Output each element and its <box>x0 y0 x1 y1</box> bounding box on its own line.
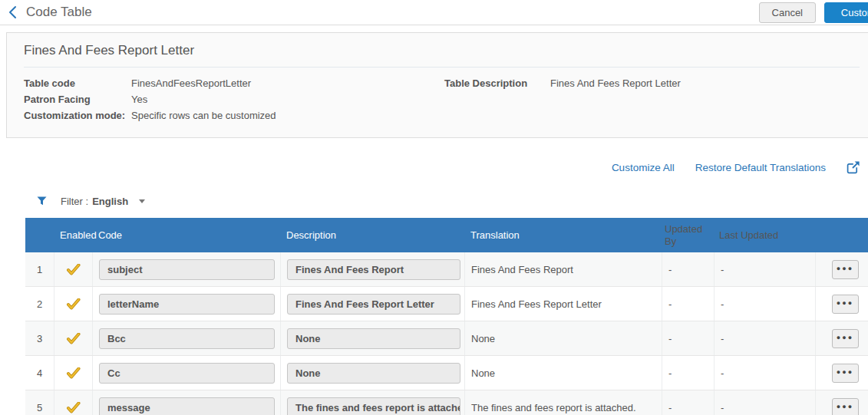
description-input[interactable]: None <box>287 363 460 384</box>
restore-default-translations-link[interactable]: Restore Default Translations <box>695 162 826 173</box>
code-table-card: Filter : English Enabled Code Descriptio… <box>25 186 868 415</box>
col-header-last-updated: Last Updated <box>714 229 815 242</box>
row-number: 4 <box>25 356 54 390</box>
field-value: FinesAndFeesReportLetter <box>131 75 251 91</box>
enabled-check-icon <box>67 402 81 413</box>
enabled-check-icon <box>67 367 81 379</box>
translation-cell: The fines and fees report is attached. <box>464 390 662 415</box>
top-actions: Cancel Customize <box>759 2 868 23</box>
code-input[interactable]: letterName <box>99 294 275 315</box>
code-table-page: { "topbar": { "title": "Code Table", "ca… <box>0 0 868 415</box>
code-input[interactable]: message <box>99 397 275 415</box>
description-input[interactable]: Fines And Fees Report Letter <box>287 294 460 315</box>
top-bar: Code Table Cancel Customize <box>0 0 868 25</box>
field-patron-facing: Patron Facing Yes <box>24 91 444 107</box>
description-cell: Fines And Fees Report Letter <box>280 287 464 321</box>
customize-all-link[interactable]: Customize All <box>612 162 675 173</box>
enabled-check-icon <box>67 264 81 275</box>
col-header-code: Code <box>92 229 280 242</box>
actions-cell: ●●● <box>815 356 868 390</box>
description-cell: The fines and fees report is attached <box>280 390 464 415</box>
updated-by-cell: - <box>662 390 714 415</box>
customize-button[interactable]: Customize <box>824 2 868 23</box>
field-label: Table code <box>24 75 131 91</box>
code-input[interactable]: Bcc <box>99 328 275 349</box>
row-actions-button[interactable]: ●●● <box>832 398 859 415</box>
field-table-code: Table code FinesAndFeesReportLetter <box>24 75 444 91</box>
description-cell: None <box>280 321 464 355</box>
page-title: Code Table <box>26 5 92 20</box>
code-input[interactable]: subject <box>99 259 275 280</box>
table-row: 3 Bcc None None - - ●●● <box>25 321 868 356</box>
ellipsis-icon: ●●● <box>837 334 853 341</box>
description-input[interactable]: None <box>287 328 460 349</box>
last-updated-cell: - <box>714 252 815 286</box>
row-number: 1 <box>25 252 54 286</box>
table-info-panel: Fines And Fees Report Letter Table code … <box>6 32 868 138</box>
chevron-down-icon[interactable] <box>139 199 145 203</box>
ellipsis-icon: ●●● <box>837 403 853 410</box>
filter-funnel-icon[interactable] <box>37 196 47 206</box>
actions-cell: ●●● <box>815 321 868 355</box>
translation-cell: None <box>464 321 662 355</box>
updated-by-cell: - <box>662 287 714 321</box>
table-row: 2 letterName Fines And Fees Report Lette… <box>25 287 868 321</box>
info-separator <box>24 67 860 68</box>
code-cell: letterName <box>92 287 280 321</box>
field-customization-mode: Customization mode: Specific rows can be… <box>24 107 444 124</box>
col-header-updated-by: Updated By <box>662 223 714 248</box>
filter-label: Filter : <box>61 196 88 207</box>
info-panel-title: Fines And Fees Report Letter <box>24 43 860 58</box>
updated-by-cell: - <box>662 321 714 355</box>
chevron-left-icon <box>7 5 19 19</box>
back-button[interactable] <box>0 0 26 25</box>
field-value: Specific rows can be customized <box>131 107 276 124</box>
description-input[interactable]: Fines And Fees Report <box>287 259 460 280</box>
row-actions-button[interactable]: ●●● <box>832 260 859 279</box>
enabled-cell <box>54 356 92 390</box>
description-input[interactable]: The fines and fees report is attached <box>287 397 460 415</box>
field-label: Customization mode: <box>24 107 131 124</box>
description-cell: Fines And Fees Report <box>280 252 464 286</box>
info-fields-right: Table Description Fines And Fees Report … <box>444 75 681 124</box>
row-actions-button[interactable]: ●●● <box>832 364 859 383</box>
row-number: 5 <box>25 390 54 415</box>
enabled-check-icon <box>67 333 81 344</box>
enabled-check-icon <box>67 298 81 310</box>
ellipsis-icon: ●●● <box>837 369 853 376</box>
actions-cell: ●●● <box>815 390 868 415</box>
field-value: Yes <box>131 91 147 107</box>
last-updated-cell: - <box>714 390 815 415</box>
row-actions-button[interactable]: ●●● <box>832 329 859 348</box>
enabled-cell <box>54 287 92 321</box>
field-table-description: Table Description Fines And Fees Report … <box>444 75 681 91</box>
translation-cell: None <box>464 356 662 390</box>
enabled-cell <box>54 252 92 286</box>
code-cell: Bcc <box>92 321 280 355</box>
table-header-row: Enabled Code Description Translation Upd… <box>25 218 868 252</box>
last-updated-cell: - <box>714 356 815 390</box>
info-fields: Table code FinesAndFeesReportLetter Patr… <box>24 75 860 124</box>
updated-by-cell: - <box>662 252 714 286</box>
code-cell: message <box>92 390 280 415</box>
cancel-button[interactable]: Cancel <box>759 2 816 23</box>
col-header-enabled: Enabled <box>54 229 92 242</box>
filter-language-select[interactable]: English <box>92 196 128 207</box>
table-row: 4 Cc None None - - ●●● <box>25 356 868 390</box>
row-number: 3 <box>25 321 54 355</box>
filter-bar: Filter : English <box>25 186 868 216</box>
table-row: 1 subject Fines And Fees Report Fines An… <box>25 252 868 287</box>
code-cell: subject <box>92 252 280 286</box>
ellipsis-icon: ●●● <box>837 300 853 307</box>
table-actions-links: Customize All Restore Default Translatio… <box>0 160 860 174</box>
row-actions-button[interactable]: ●●● <box>832 295 859 314</box>
code-input[interactable]: Cc <box>99 363 275 384</box>
table-row: 5 message The fines and fees report is a… <box>25 390 868 415</box>
enabled-cell <box>54 321 92 355</box>
field-label: Table Description <box>444 75 550 91</box>
external-link-icon[interactable] <box>847 161 860 174</box>
last-updated-cell: - <box>714 287 815 321</box>
col-header-description: Description <box>280 229 464 242</box>
translation-cell: Fines And Fees Report <box>464 252 662 286</box>
col-header-translation: Translation <box>464 229 662 242</box>
